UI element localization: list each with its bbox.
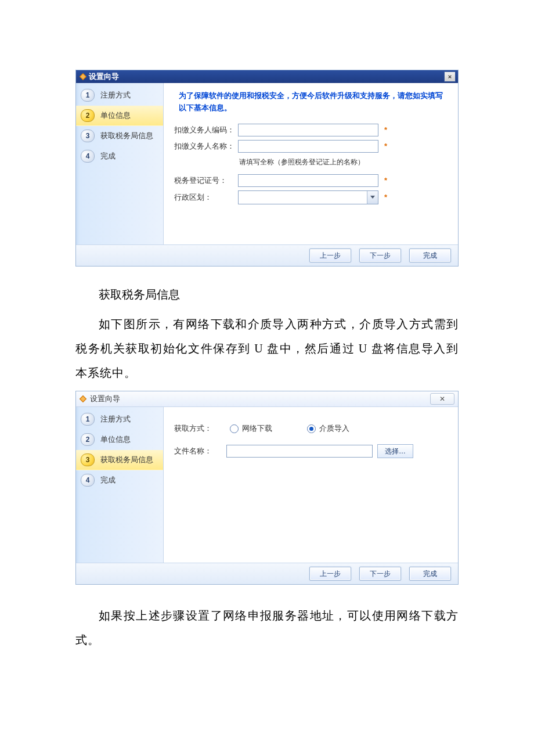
doc-paragraph-2: 如果按上述步骤设置了网络申报服务器地址，可以使用网络下载方式。 bbox=[75, 603, 459, 652]
input-withholder-code[interactable] bbox=[238, 124, 378, 136]
hint-full-name: 请填写全称（参照税务登记证上的名称） bbox=[239, 156, 448, 171]
row-tax-reg-number: 税务登记证号： * bbox=[174, 174, 448, 187]
titlebar[interactable]: 设置向导 × bbox=[76, 70, 458, 83]
step-number-badge: 1 bbox=[81, 89, 95, 102]
label-fetch-method: 获取方式： bbox=[174, 423, 226, 434]
wizard-button-bar: 上一步 下一步 完成 bbox=[76, 563, 458, 584]
finish-button[interactable]: 完成 bbox=[409, 567, 451, 581]
row-withholder-name: 扣缴义务人名称： * bbox=[174, 140, 448, 153]
sidebar-item-register-method[interactable]: 1 注册方式 bbox=[76, 85, 163, 106]
label-file-name: 文件名称： bbox=[174, 446, 226, 456]
sidebar-item-label: 单位信息 bbox=[100, 110, 131, 121]
step-number-badge: 4 bbox=[81, 474, 95, 487]
finish-button[interactable]: 完成 bbox=[409, 249, 451, 262]
sidebar-item-unit-info[interactable]: 2 单位信息 bbox=[76, 430, 163, 450]
input-tax-reg-number[interactable] bbox=[238, 174, 378, 187]
label-withholder-name: 扣缴义务人名称： bbox=[174, 141, 238, 152]
window-body: 1 注册方式 2 单位信息 3 获取税务局信息 4 完成 为了保障软件的使用和报… bbox=[76, 83, 458, 244]
finish-button-label: 完成 bbox=[423, 569, 437, 579]
required-mark: * bbox=[384, 142, 387, 150]
section-heading-get-tax-bureau: 获取税务局信息 bbox=[75, 283, 459, 306]
radio-label: 网络下载 bbox=[242, 423, 272, 434]
wizard-button-bar: 上一步 下一步 完成 bbox=[76, 244, 458, 266]
select-value bbox=[239, 191, 367, 204]
sidebar-item-finish[interactable]: 4 完成 bbox=[76, 146, 163, 167]
sidebar-item-label: 获取税务局信息 bbox=[100, 455, 153, 465]
prev-button[interactable]: 上一步 bbox=[309, 567, 351, 581]
app-diamond-icon bbox=[80, 73, 86, 80]
sidebar-item-label: 完成 bbox=[100, 151, 116, 161]
close-icon: ✕ bbox=[439, 395, 445, 403]
sidebar-item-label: 获取税务局信息 bbox=[100, 131, 153, 141]
close-button[interactable]: ✕ bbox=[430, 393, 454, 405]
prev-button[interactable]: 上一步 bbox=[309, 249, 351, 262]
window-body: 1 注册方式 2 单位信息 3 获取税务局信息 4 完成 获取方式 bbox=[76, 407, 458, 563]
sidebar-item-finish[interactable]: 4 完成 bbox=[76, 470, 163, 491]
step-number-badge: 2 bbox=[81, 433, 95, 446]
sidebar-item-tax-bureau-info[interactable]: 3 获取税务局信息 bbox=[76, 126, 163, 146]
radio-label: 介质导入 bbox=[319, 423, 349, 434]
titlebar[interactable]: 设置向导 ✕ bbox=[76, 391, 458, 407]
radio-icon bbox=[230, 424, 239, 433]
row-withholder-code: 扣缴义务人编码： * bbox=[174, 124, 448, 136]
radio-icon bbox=[307, 424, 316, 433]
label-admin-region: 行政区划： bbox=[174, 192, 238, 203]
instruction-text: 为了保障软件的使用和报税安全，方便今后软件升级和支持服务，请您如实填写以下基本信… bbox=[174, 90, 448, 120]
next-button-label: 下一步 bbox=[370, 251, 391, 261]
sidebar-item-label: 单位信息 bbox=[100, 434, 131, 445]
wizard-steps-sidebar: 1 注册方式 2 单位信息 3 获取税务局信息 4 完成 bbox=[76, 407, 164, 563]
required-mark: * bbox=[384, 193, 387, 201]
next-button[interactable]: 下一步 bbox=[359, 249, 401, 262]
required-mark: * bbox=[384, 176, 387, 185]
input-file-name[interactable] bbox=[226, 445, 373, 458]
doc-paragraph-1: 如下图所示，有网络下载和介质导入两种方式，介质导入方式需到税务机关获取初始化文件… bbox=[75, 312, 459, 385]
row-admin-region: 行政区划： * bbox=[174, 190, 448, 204]
label-withholder-code: 扣缴义务人编码： bbox=[174, 125, 238, 135]
select-admin-region[interactable] bbox=[238, 190, 378, 204]
row-fetch-method: 获取方式： 网络下载 介质导入 bbox=[174, 423, 448, 434]
label-tax-reg-number: 税务登记证号： bbox=[174, 175, 238, 186]
browse-button-label: 选择… bbox=[385, 447, 406, 456]
window-title: 设置向导 bbox=[89, 394, 430, 404]
app-diamond-icon bbox=[80, 395, 86, 402]
step-number-badge: 1 bbox=[81, 413, 95, 426]
prev-button-label: 上一步 bbox=[320, 251, 341, 261]
prev-button-label: 上一步 bbox=[320, 569, 341, 579]
finish-button-label: 完成 bbox=[423, 251, 437, 261]
next-button[interactable]: 下一步 bbox=[359, 567, 401, 581]
step-number-badge: 3 bbox=[81, 453, 95, 466]
radio-media-import[interactable]: 介质导入 bbox=[307, 423, 349, 434]
sidebar-item-register-method[interactable]: 1 注册方式 bbox=[76, 409, 163, 430]
setup-wizard-dialog-step3: 设置向导 ✕ 1 注册方式 2 单位信息 3 获取税务局信息 4 bbox=[75, 391, 459, 585]
required-mark: * bbox=[384, 125, 387, 134]
wizard-content: 获取方式： 网络下载 介质导入 文件名称： bbox=[164, 407, 458, 563]
sidebar-item-label: 注册方式 bbox=[100, 90, 131, 100]
step-number-badge: 4 bbox=[81, 150, 95, 163]
next-button-label: 下一步 bbox=[370, 569, 391, 579]
row-file-name: 文件名称： 选择… bbox=[174, 444, 448, 458]
close-button[interactable]: × bbox=[444, 71, 456, 82]
radio-group-fetch-method: 网络下载 介质导入 bbox=[230, 423, 349, 434]
step-number-badge: 3 bbox=[81, 129, 95, 142]
sidebar-item-unit-info[interactable]: 2 单位信息 bbox=[76, 106, 163, 126]
step-number-badge: 2 bbox=[81, 109, 95, 122]
browse-button[interactable]: 选择… bbox=[377, 444, 413, 458]
sidebar-item-tax-bureau-info[interactable]: 3 获取税务局信息 bbox=[76, 450, 163, 470]
input-withholder-name[interactable] bbox=[238, 140, 378, 153]
wizard-content: 为了保障软件的使用和报税安全，方便今后软件升级和支持服务，请您如实填写以下基本信… bbox=[164, 83, 458, 244]
radio-network-download[interactable]: 网络下载 bbox=[230, 423, 272, 434]
sidebar-item-label: 完成 bbox=[100, 475, 116, 485]
sidebar-item-label: 注册方式 bbox=[100, 414, 131, 424]
chevron-down-icon[interactable] bbox=[367, 191, 378, 204]
setup-wizard-dialog-step2: 设置向导 × 1 注册方式 2 单位信息 3 获取税务局信息 4 bbox=[75, 70, 459, 267]
wizard-steps-sidebar: 1 注册方式 2 单位信息 3 获取税务局信息 4 完成 bbox=[76, 83, 164, 244]
close-icon: × bbox=[448, 73, 452, 80]
window-title: 设置向导 bbox=[89, 71, 444, 82]
